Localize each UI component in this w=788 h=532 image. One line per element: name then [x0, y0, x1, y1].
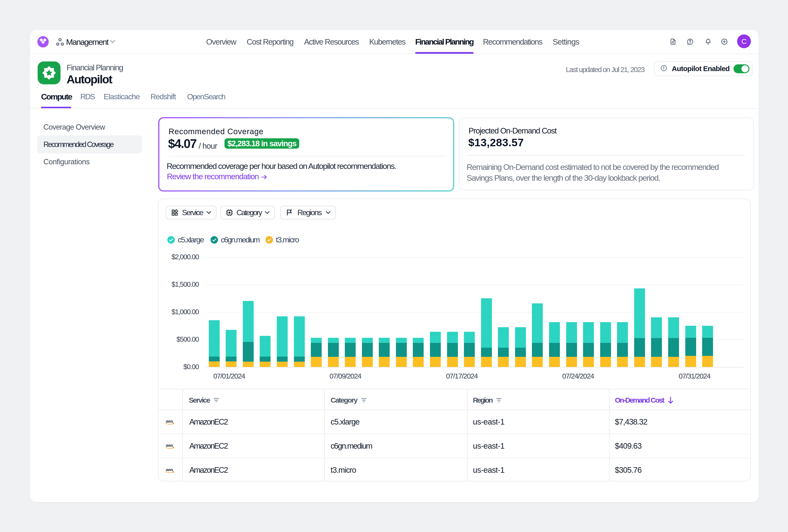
- svg-text:aws: aws: [166, 467, 173, 472]
- svg-text:aws: aws: [166, 443, 173, 447]
- svg-text:aws: aws: [166, 419, 173, 423]
